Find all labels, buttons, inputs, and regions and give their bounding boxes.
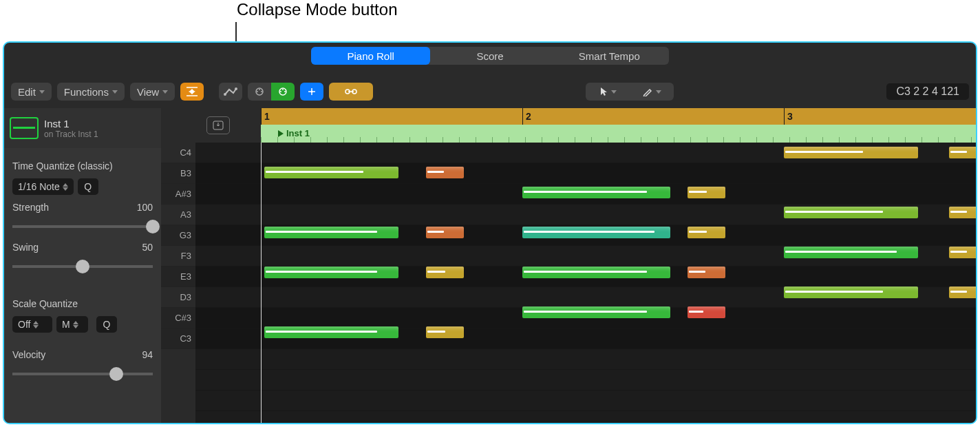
midi-note[interactable] <box>784 247 918 258</box>
midi-note[interactable] <box>688 306 725 318</box>
tab-score[interactable]: Score <box>430 47 549 65</box>
midi-note[interactable] <box>949 147 976 158</box>
midi-note[interactable] <box>264 227 398 238</box>
velocity-bar <box>785 151 863 153</box>
automation-button[interactable] <box>219 83 242 101</box>
midi-note[interactable] <box>264 167 398 178</box>
tab-smart-tempo[interactable]: Smart Tempo <box>550 47 669 65</box>
bar-number: 1 <box>261 108 270 125</box>
edit-menu[interactable]: Edit <box>11 83 52 101</box>
piano-roll-window: Piano Roll Score Smart Tempo Edit Functi… <box>3 41 977 424</box>
scale-quantize-button[interactable]: Q <box>96 316 117 333</box>
midi-note[interactable] <box>688 267 725 278</box>
svg-point-0 <box>224 93 226 96</box>
midi-note[interactable] <box>784 287 918 298</box>
velocity-bar <box>427 231 444 233</box>
midi-in-icon <box>253 87 266 96</box>
velocity-bar <box>785 211 883 213</box>
tab-piano-roll[interactable]: Piano Roll <box>311 47 430 65</box>
pointer-icon <box>599 87 608 96</box>
cmd-click-tool[interactable] <box>630 83 674 101</box>
strength-slider[interactable] <box>12 220 153 233</box>
velocity-bar <box>950 211 967 213</box>
velocity-bar <box>427 331 445 333</box>
svg-point-7 <box>280 91 281 92</box>
velocity-bar <box>950 251 967 253</box>
midi-note[interactable] <box>688 187 725 198</box>
bar-number: 2 <box>522 108 531 125</box>
midi-note[interactable] <box>522 187 670 198</box>
svg-point-8 <box>284 91 286 92</box>
velocity-bar <box>689 231 707 233</box>
velocity-bar <box>689 311 703 313</box>
track-subtitle: on Track Inst 1 <box>44 129 98 139</box>
scale-type-select[interactable]: M <box>56 316 88 333</box>
play-icon <box>278 130 284 137</box>
strength-value: 100 <box>137 202 153 213</box>
link-button[interactable] <box>329 83 373 101</box>
velocity-bar <box>950 291 967 293</box>
midi-note[interactable] <box>426 267 464 278</box>
snap-icon <box>307 87 317 96</box>
midi-note[interactable] <box>426 326 464 338</box>
velocity-bar <box>950 151 967 153</box>
midi-note[interactable] <box>949 247 976 258</box>
midi-note[interactable] <box>784 147 918 158</box>
swing-label: Swing <box>12 242 39 253</box>
swing-value: 50 <box>142 242 153 253</box>
midi-note[interactable] <box>784 207 918 218</box>
midi-note[interactable] <box>688 227 725 238</box>
quantize-button[interactable]: Q <box>78 178 98 195</box>
velocity-bar <box>266 271 377 273</box>
strength-label: Strength <box>12 202 49 213</box>
midi-note[interactable] <box>949 287 976 298</box>
velocity-bar <box>524 231 654 233</box>
catch-content-button[interactable] <box>206 116 230 134</box>
midi-note[interactable] <box>264 267 398 278</box>
midi-note[interactable] <box>522 227 670 238</box>
bar-ruler[interactable]: 123 <box>261 108 976 125</box>
midi-in-button[interactable] <box>248 83 271 101</box>
view-menu[interactable]: View <box>130 83 175 101</box>
midi-note[interactable] <box>426 167 464 178</box>
velocity-slider[interactable] <box>12 367 153 381</box>
midi-out-button[interactable] <box>271 83 295 101</box>
chevron-down-icon <box>656 90 661 94</box>
info-display: C3 2 2 4 121 <box>886 83 969 100</box>
pencil-icon <box>643 87 652 96</box>
link-icon <box>343 87 359 96</box>
time-quantize-select[interactable]: 1/16 Note <box>12 178 74 195</box>
velocity-bar <box>785 291 883 293</box>
functions-menu[interactable]: Functions <box>57 83 125 101</box>
svg-point-9 <box>282 89 284 90</box>
midi-note[interactable] <box>949 207 976 218</box>
midi-note[interactable] <box>522 267 670 278</box>
midi-out-icon <box>277 87 289 96</box>
svg-point-4 <box>261 91 262 92</box>
inspector: Inst 1 on Track Inst 1 Time Quantize (cl… <box>4 108 161 423</box>
midi-note[interactable] <box>522 306 670 318</box>
pitch-label: C#3 <box>161 308 195 329</box>
playhead[interactable] <box>261 143 262 423</box>
pitch-label: F3 <box>161 246 195 267</box>
svg-point-5 <box>259 89 260 90</box>
velocity-bar <box>524 191 647 193</box>
scale-root-select[interactable]: Off <box>12 316 52 333</box>
collapse-mode-button[interactable] <box>180 83 204 101</box>
pitch-label: G3 <box>161 225 195 246</box>
midi-note[interactable] <box>426 227 464 238</box>
velocity-bar <box>427 171 444 173</box>
automation-icon <box>224 87 237 96</box>
callout-label: Collapse Mode button <box>237 0 397 19</box>
toolbar: Edit Functions View C3 2 2 4 121 <box>11 81 969 102</box>
svg-point-3 <box>257 91 258 92</box>
chevron-down-icon <box>162 90 168 94</box>
note-grid[interactable] <box>195 143 976 423</box>
left-click-tool[interactable] <box>586 83 630 101</box>
velocity-value: 94 <box>142 349 153 360</box>
swing-slider[interactable] <box>12 260 153 273</box>
midi-note[interactable] <box>264 326 398 338</box>
catch-playhead-button[interactable] <box>300 83 323 101</box>
pitch-label: C3 <box>161 329 195 349</box>
region-header[interactable]: Inst 1 <box>261 125 976 143</box>
